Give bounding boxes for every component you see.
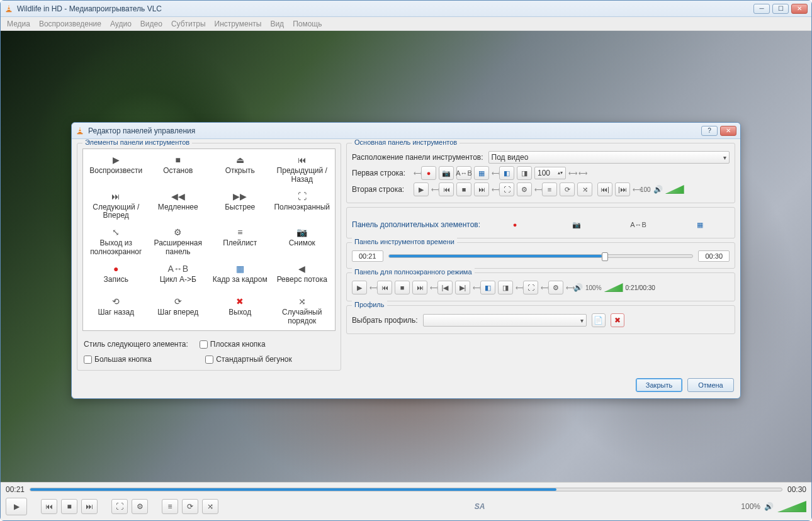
tool-item[interactable]: ▶Воспроизвести	[86, 152, 147, 187]
dialog-titlebar[interactable]: Редактор панелей управления ? ✕	[72, 123, 740, 139]
tb-chapter-prev[interactable]: ⏮|	[597, 182, 612, 196]
main-titlebar[interactable]: Wildlife in HD - Медиапроигрыватель VLC …	[1, 1, 811, 17]
tb-snapshot[interactable]: 📷	[439, 166, 454, 180]
tool-item[interactable]: ■Останов	[148, 152, 209, 187]
menu-video[interactable]: Видео	[140, 20, 162, 28]
dialog-close-button[interactable]: ✕	[720, 126, 736, 136]
profile-select[interactable]	[423, 314, 587, 327]
speaker-icon[interactable]: 🔊	[764, 502, 774, 511]
menu-media[interactable]: Медиа	[7, 20, 30, 28]
tool-item[interactable]: ●Запись	[86, 260, 147, 292]
profile-delete-button[interactable]: ✖	[611, 313, 624, 327]
fs-tele2[interactable]: ◨	[498, 281, 513, 294]
shuffle-button[interactable]: ⤨	[202, 499, 218, 514]
volume-slider[interactable]	[777, 501, 806, 512]
menu-tools[interactable]: Инструменты	[215, 20, 262, 28]
tb-fs[interactable]: ⛶	[499, 182, 514, 196]
tb-chapter-next[interactable]: |⏭	[615, 182, 630, 196]
adv-atob[interactable]: A↔B	[631, 218, 646, 232]
toolbar-position-select[interactable]: Под видео	[488, 151, 730, 164]
tb-playlist[interactable]: ≡	[542, 182, 557, 196]
fs-chnext[interactable]: ▶|	[455, 281, 470, 294]
stop-button[interactable]: ■	[61, 499, 77, 514]
dialog-help-button[interactable]: ?	[701, 126, 718, 136]
next-button[interactable]: ⏭	[81, 499, 98, 514]
fullscreen-toolbar[interactable]: ▶⟷ ⏮ ■ ⏭⟷ |◀ ▶|⟷ ◧ ◨⟷ ⛶⟷ ⚙⟷ 🔊 100% 0:21/…	[352, 281, 655, 294]
tb-stop[interactable]: ■	[456, 182, 471, 196]
tool-item[interactable]: ⟲Шаг назад	[86, 293, 147, 328]
fs-play[interactable]: ▶	[352, 281, 367, 294]
ext-settings-button[interactable]: ⚙	[132, 499, 148, 514]
line1-toolbar[interactable]: ⟷ ● 📷 A↔B ▦ ⟷ ◧ ◨ 100 ⟷ ⟷	[414, 166, 584, 180]
tool-item[interactable]: ⤨Случайный порядок	[272, 293, 333, 328]
menu-playback[interactable]: Воспроизведение	[39, 20, 101, 28]
speaker-icon[interactable]: 🔊	[573, 283, 583, 292]
time-toolbar-slider[interactable]	[388, 254, 694, 258]
tool-item[interactable]: ⓘИнформация	[148, 329, 209, 331]
fs-prev[interactable]: ⏮	[377, 281, 392, 294]
tool-item[interactable]: ◀◀Медленнее	[148, 188, 209, 223]
tb-loop[interactable]: ⟳	[560, 182, 575, 196]
menu-audio[interactable]: Аудио	[110, 20, 132, 28]
menu-subtitles[interactable]: Субтитры	[171, 20, 206, 28]
speaker-icon[interactable]: 🔊	[653, 185, 663, 194]
tool-item[interactable]: ◀Реверс потока	[272, 260, 333, 292]
adv-frame[interactable]: ▦	[692, 218, 708, 232]
menu-help[interactable]: Помощь	[293, 20, 322, 28]
tool-item[interactable]: ≡Плейлист	[210, 224, 271, 259]
fullscreen-button[interactable]: ⛶	[111, 499, 128, 514]
line2-volume[interactable]	[665, 185, 684, 194]
loop-button[interactable]: ⟳	[182, 499, 198, 514]
close-button[interactable]: ✕	[791, 4, 808, 14]
line1-spinbox[interactable]: 100	[534, 167, 566, 179]
tb-frame[interactable]: ▦	[474, 166, 489, 180]
playlist-button[interactable]: ≡	[162, 499, 178, 514]
maximize-button[interactable]: ☐	[772, 4, 789, 14]
adv-record[interactable]: ●	[507, 218, 522, 232]
tool-item[interactable]: ⏭Следующий	[272, 329, 333, 331]
adv-snapshot[interactable]: 📷	[569, 218, 584, 232]
tool-item[interactable]: ⏮Предыдущий / Назад	[272, 152, 333, 187]
tb-fs2[interactable]: ◨	[517, 166, 532, 180]
fs-chprev[interactable]: |◀	[437, 281, 453, 294]
dialog-cancel-action[interactable]: Отмена	[687, 378, 734, 392]
native-slider-checkbox[interactable]: Стандартный бегунок	[205, 355, 292, 364]
tool-item[interactable]: ⛶Полноэкранный	[272, 188, 333, 223]
tb-ext[interactable]: ⚙	[517, 182, 532, 196]
tool-item[interactable]: A↔BЦикл A->Б	[148, 260, 209, 292]
tool-item[interactable]: ⟳Шаг вперед	[148, 293, 209, 328]
advanced-toolbar[interactable]: ● 📷 A↔B ▦	[485, 218, 730, 232]
tool-item[interactable]: ⏭Следующий / Вперед	[86, 188, 147, 223]
dialog-close-action[interactable]: Закрыть	[636, 378, 682, 392]
menu-view[interactable]: Вид	[270, 20, 284, 28]
tb-prev[interactable]: ⏮	[439, 182, 454, 196]
tool-item[interactable]: ⤡Выход из полноэкранног	[86, 224, 147, 259]
tool-item[interactable]: 📷Снимок	[272, 224, 333, 259]
tb-shuffle[interactable]: ⤨	[577, 182, 592, 196]
toolbar-elements-list[interactable]: ▶Воспроизвести■Останов⏏Открыть⏮Предыдущи…	[82, 148, 336, 331]
play-button[interactable]: ▶	[6, 498, 27, 515]
prev-button[interactable]: ⏮	[41, 499, 57, 514]
tb-fs1[interactable]: ◧	[499, 166, 514, 180]
tb-atob[interactable]: A↔B	[456, 166, 471, 180]
tool-item[interactable]: ⏏Открыть	[210, 152, 271, 187]
tool-item[interactable]: ⏮Предыдущий	[210, 329, 271, 331]
fs-next[interactable]: ⏭	[412, 281, 427, 294]
fs-fs[interactable]: ⛶	[523, 281, 538, 294]
fs-tele1[interactable]: ◧	[480, 281, 495, 294]
tool-item[interactable]: ▦Кадр за кадром	[210, 260, 271, 292]
seek-slider[interactable]	[30, 488, 782, 491]
fs-stop[interactable]: ■	[395, 281, 410, 294]
fs-ext[interactable]: ⚙	[548, 281, 563, 294]
tb-next[interactable]: ⏭	[474, 182, 489, 196]
tb-record[interactable]: ●	[421, 166, 436, 180]
tool-item[interactable]: Цикл /	[86, 329, 147, 331]
line2-toolbar[interactable]: ▶ ⟷ ⏮ ■ ⏭ ⟷ ⛶ ⚙ ⟷ ≡ ⟳ ⤨ ⏮| |⏭	[414, 182, 684, 196]
tool-item[interactable]: ▶▶Быстрее	[210, 188, 271, 223]
big-button-checkbox[interactable]: Большая кнопка	[84, 355, 152, 364]
flat-button-checkbox[interactable]: Плоская кнопка	[200, 340, 266, 349]
minimize-button[interactable]: ─	[753, 4, 770, 14]
fs-volume[interactable]	[604, 283, 623, 292]
tb-play[interactable]: ▶	[414, 182, 429, 196]
profile-new-button[interactable]: 📄	[592, 313, 606, 327]
